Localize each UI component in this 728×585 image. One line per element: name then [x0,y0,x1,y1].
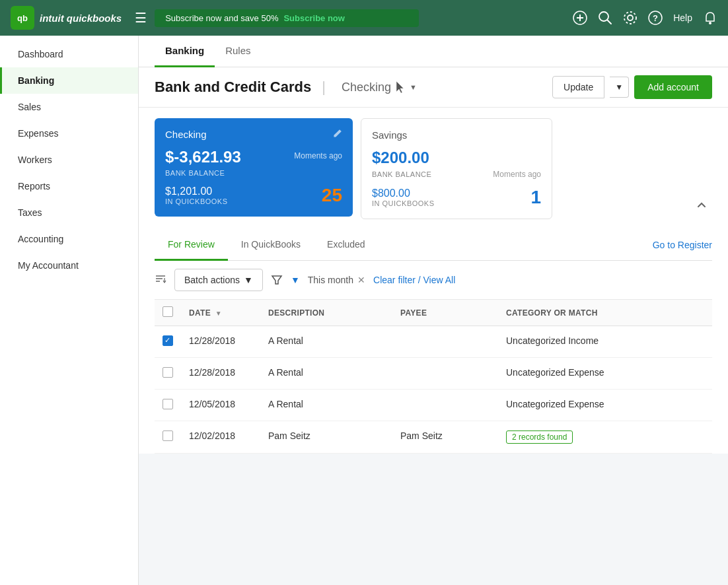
row3-payee[interactable] [392,390,498,421]
row3-checkbox-cell[interactable] [155,390,181,421]
sidebar: Dashboard Banking Sales Expenses Workers… [0,36,139,585]
logo: qb intuit quickbooks [11,6,122,30]
chevron-down-icon: ▼ [410,83,417,91]
sidebar-item-taxes[interactable]: Taxes [0,199,138,226]
row4-payee[interactable]: Pam Seitz [392,421,498,454]
sort-icon[interactable] [155,273,166,288]
sidebar-item-workers[interactable]: Workers [0,147,138,173]
row2-description[interactable]: A Rental [260,358,392,390]
account-selector[interactable]: Checking ▼ [336,77,422,97]
row2-checkbox-cell[interactable] [155,358,181,390]
savings-bank-label: BANK BALANCE [372,170,431,178]
tab-rules[interactable]: Rules [215,36,261,67]
sidebar-item-reports[interactable]: Reports [0,173,138,199]
select-all-header[interactable] [155,300,181,326]
add-account-button[interactable]: Add account [634,75,712,99]
promo-text: Subscribe now and save 50% [165,13,278,23]
svg-text:qb: qb [17,13,28,23]
row3-checkbox[interactable] [163,399,173,409]
header-actions: Update ▼ Add account [552,75,712,99]
edit-icon[interactable] [333,129,342,140]
update-dropdown-button[interactable]: ▼ [610,77,629,98]
batch-actions-button[interactable]: Batch actions ▼ [174,269,263,291]
checking-count: 25 [322,185,342,206]
hamburger-icon[interactable]: ☰ [135,10,147,26]
svg-line-6 [607,20,611,24]
go-to-register-link[interactable]: Go to Register [653,230,712,259]
sub-tab-in-quickbooks[interactable]: In QuickBooks [228,230,314,261]
svg-marker-12 [396,81,404,93]
row2-payee[interactable] [392,358,498,390]
update-button[interactable]: Update [552,76,604,98]
clear-filter-link[interactable]: Clear filter / View All [373,275,455,285]
nav-icons: ? Help [573,11,717,25]
month-filter: This month ✕ [308,275,365,285]
notifications-icon[interactable] [703,11,717,25]
sub-tabs: For Review In QuickBooks Excluded Go to … [155,230,712,261]
sidebar-item-my-accountant[interactable]: My Accountant [0,252,138,279]
row2-category[interactable]: Uncategorized Expense [498,358,712,390]
checking-timestamp: Moments ago [294,151,342,160]
transactions-section: For Review In QuickBooks Excluded Go to … [139,230,728,454]
row1-category[interactable]: Uncategorized Income [498,326,712,358]
row4-checkbox-cell[interactable] [155,421,181,454]
sidebar-item-sales[interactable]: Sales [0,94,138,120]
plus-icon[interactable] [573,11,587,25]
svg-text:?: ? [653,13,658,23]
match-badge: 2 records found [506,430,573,444]
checking-card[interactable]: Checking $-3,621.93 BANK BALANCE Moments… [155,118,353,217]
tab-banking[interactable]: Banking [155,36,215,67]
sidebar-item-banking[interactable]: Banking [0,67,138,94]
search-icon[interactable] [598,11,612,25]
sub-tab-for-review[interactable]: For Review [155,230,228,261]
date-sort-icon: ▼ [215,310,222,317]
savings-timestamp: Moments ago [493,170,541,179]
sidebar-item-accounting[interactable]: Accounting [0,226,138,252]
row2-checkbox[interactable] [163,367,173,378]
savings-card[interactable]: Savings $200.00 BANK BALANCE Moments ago… [361,118,552,219]
dropdown-cursor-icon [394,80,407,94]
app-body: Dashboard Banking Sales Expenses Workers… [0,36,728,585]
page-header: Bank and Credit Cards | Checking ▼ Updat… [139,67,728,108]
filter-icon[interactable] [271,274,283,286]
transactions-table: DATE ▼ DESCRIPTION PAYEE CATEGORY OR MAT… [155,300,712,454]
row1-checkbox[interactable] [163,335,173,346]
checking-card-name: Checking [165,129,342,140]
month-filter-clear-icon[interactable]: ✕ [357,275,365,285]
sub-tab-excluded[interactable]: Excluded [314,230,379,261]
svg-point-8 [624,12,636,24]
table-row: 12/28/2018 A Rental Uncategorized Income [155,326,712,358]
filter-dropdown-button[interactable]: ▼ [291,275,300,285]
row3-description[interactable]: A Rental [260,390,392,421]
promo-link[interactable]: Subscribe now [283,13,344,23]
row4-description[interactable]: Pam Seitz [260,421,392,454]
row1-description[interactable]: A Rental [260,326,392,358]
svg-point-11 [709,22,711,24]
sidebar-item-dashboard[interactable]: Dashboard [0,41,138,67]
checking-card-bottom: $1,201.00 IN QUICKBOOKS 25 [165,185,342,206]
qb-logo-icon: qb [11,6,34,30]
help-icon[interactable]: ? [648,11,663,25]
date-column-header[interactable]: DATE ▼ [181,300,260,326]
promo-banner: Subscribe now and save 50% Subscribe now [155,9,419,27]
page-title: Bank and Credit Cards [155,79,311,96]
row4-category[interactable]: 2 records found [498,421,712,454]
row3-category[interactable]: Uncategorized Expense [498,390,712,421]
row1-checkbox-cell[interactable] [155,326,181,358]
cards-collapse-button[interactable] [691,195,712,219]
settings-icon[interactable] [623,11,637,25]
row4-checkbox[interactable] [163,430,173,441]
help-label: Help [673,13,692,23]
select-all-checkbox[interactable] [163,306,173,317]
savings-iq-label: IN QUICKBOOKS [372,199,435,207]
checking-iq-label: IN QUICKBOOKS [165,197,228,205]
savings-card-bottom: $800.00 IN QUICKBOOKS 1 [372,187,541,208]
table-row: 12/05/2018 A Rental Uncategorized Expens… [155,390,712,421]
row2-date: 12/28/2018 [181,358,260,390]
sidebar-item-expenses[interactable]: Expenses [0,120,138,147]
inner-header: Banking Rules [139,36,728,67]
checking-bank-label: BANK BALANCE [165,169,225,177]
category-column-header: CATEGORY OR MATCH [498,300,712,326]
tab-bar: Banking Rules [139,36,728,67]
row1-payee[interactable] [392,326,498,358]
